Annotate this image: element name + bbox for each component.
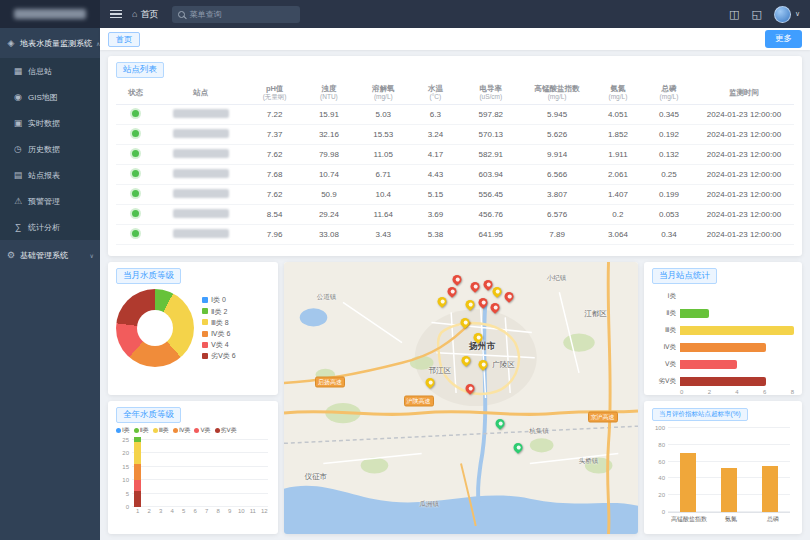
sidebar-item-站点报表[interactable]: ▤站点报表 — [0, 162, 100, 188]
bar[interactable] — [762, 466, 778, 512]
map-marker[interactable] — [490, 285, 503, 298]
legend-swatch — [173, 428, 178, 433]
exceedance-rate-panel: 当月评价指标站点超标率(%) 020406080100 高锰酸盐指数氨氮总磷 — [644, 401, 802, 534]
sidebar-item-信息站[interactable]: ▦信息站 — [0, 58, 100, 84]
bar[interactable] — [680, 360, 737, 369]
column-header: 站点 — [155, 82, 246, 104]
legend-item[interactable]: 劣Ⅴ类 6 — [202, 350, 236, 361]
bar[interactable] — [680, 377, 766, 386]
map-marker[interactable] — [424, 377, 437, 390]
cell-value: 0.2 — [592, 204, 644, 224]
bar-track — [680, 377, 794, 386]
table-row[interactable]: 7.6810.746.714.43603.946.5662.0610.25202… — [116, 164, 794, 184]
sidebar-item-GIS地图[interactable]: ◉GIS地图 — [0, 84, 100, 110]
cell-value: 11.05 — [355, 144, 412, 164]
x-tick-label: 6 — [763, 389, 766, 395]
legend-label: 劣Ⅴ类 6 — [211, 350, 236, 361]
sidebar-item-历史数据[interactable]: ◷历史数据 — [0, 136, 100, 162]
table-row[interactable]: 7.6279.9811.054.17582.919.9141.9110.1322… — [116, 144, 794, 164]
table-row[interactable]: 7.6250.910.45.15556.453.8071.4070.199202… — [116, 184, 794, 204]
cell-value: 1.911 — [592, 144, 644, 164]
cell-value: 50.9 — [303, 184, 355, 204]
legend-item[interactable]: Ⅱ类 2 — [202, 306, 236, 317]
legend-item[interactable]: 劣Ⅴ类 — [215, 426, 237, 435]
map-marker[interactable] — [463, 298, 476, 311]
cell-time: 2024-01-23 12:00:00 — [694, 204, 794, 224]
bar[interactable] — [680, 453, 696, 512]
menu-search-input[interactable] — [189, 10, 294, 19]
legend-item[interactable]: Ⅳ类 — [173, 426, 191, 435]
bar[interactable] — [680, 309, 709, 318]
sidebar-group-1[interactable]: ◈地表水质量监测系统∧ — [0, 28, 100, 58]
more-button[interactable]: 更多 — [765, 30, 802, 48]
legend-item[interactable]: Ⅰ类 — [116, 426, 130, 435]
bar[interactable] — [680, 326, 794, 335]
sidebar-item-实时数据[interactable]: ▣实时数据 — [0, 110, 100, 136]
map-marker[interactable] — [493, 417, 506, 430]
logo-text-redacted — [14, 9, 86, 19]
legend-swatch — [215, 428, 220, 433]
map-marker[interactable] — [476, 358, 489, 371]
search-icon — [178, 11, 185, 18]
map-marker[interactable] — [488, 301, 501, 314]
legend-swatch — [202, 331, 208, 337]
cell-value: 33.08 — [303, 224, 355, 244]
legend-item[interactable]: Ⅴ类 — [194, 426, 210, 435]
sidebar-item-label: 预警管理 — [28, 196, 60, 207]
map-pin-icon: ◉ — [13, 92, 23, 102]
map-marker[interactable] — [503, 291, 516, 304]
station-table: 状态站点pH值(无量纲)浊度(NTU)溶解氧(mg/L)水温(°C)电导率(uS… — [116, 82, 794, 245]
cell-value: 556.45 — [459, 184, 522, 204]
sidebar-group-2[interactable]: ⚙基础管理系统∨ — [0, 240, 100, 270]
fullscreen-icon[interactable]: ◱ — [751, 8, 761, 21]
table-row[interactable]: 7.2215.915.036.3597.825.9454.0510.345202… — [116, 104, 794, 124]
category-label: Ⅳ类 — [652, 343, 676, 352]
legend-item[interactable]: Ⅳ类 6 — [202, 328, 236, 339]
map-place-label: 头桥镇 — [579, 456, 599, 465]
x-tick-label: 8 — [791, 389, 794, 395]
bar-slot — [132, 437, 143, 507]
sidebar-item-label: 历史数据 — [28, 144, 60, 155]
table-row[interactable]: 8.5429.2411.643.69456.766.5760.20.053202… — [116, 204, 794, 224]
skin-icon[interactable]: ◫ — [729, 8, 739, 21]
column-header: 总磷(mg/L) — [644, 82, 694, 104]
x-tick-label: 9 — [224, 508, 236, 514]
hamburger-menu-icon[interactable] — [110, 10, 122, 19]
legend-item[interactable]: Ⅲ类 — [153, 426, 169, 435]
alert-icon: ⚠ — [13, 196, 23, 206]
bar[interactable] — [680, 343, 766, 352]
legend-item[interactable]: Ⅴ类 4 — [202, 339, 236, 350]
map-marker[interactable] — [459, 316, 472, 329]
table-row[interactable]: 7.9633.083.435.38641.957.893.0640.342024… — [116, 224, 794, 244]
monthly-grade-panel: 当月水质等级 Ⅰ类 0Ⅱ类 2Ⅲ类 8Ⅳ类 6Ⅴ类 4劣Ⅴ类 6 — [108, 262, 278, 395]
cell-value: 7.96 — [246, 224, 303, 244]
bars-area — [668, 429, 790, 512]
home-icon: ⌂ — [132, 9, 137, 19]
map-marker[interactable] — [460, 354, 473, 367]
x-tick-label: 3 — [155, 508, 167, 514]
legend-item[interactable]: Ⅲ类 8 — [202, 317, 236, 328]
bar-segment — [134, 491, 141, 507]
menu-search[interactable] — [172, 6, 300, 23]
map-marker[interactable] — [463, 382, 476, 395]
cell-value: 456.76 — [459, 204, 522, 224]
map-marker[interactable] — [476, 296, 489, 309]
map-place-label: 小纪镇 — [547, 274, 567, 283]
legend-item[interactable]: Ⅱ类 — [134, 426, 149, 435]
sidebar-item-统计分析[interactable]: ∑统计分析 — [0, 214, 100, 240]
station-stats-bars: Ⅰ类Ⅱ类Ⅲ类Ⅳ类Ⅴ类劣Ⅴ类 — [652, 292, 794, 386]
map-marker[interactable] — [451, 273, 464, 286]
map-marker[interactable] — [435, 295, 448, 308]
avatar[interactable] — [774, 6, 791, 23]
tab-home[interactable]: 首页 — [108, 32, 140, 47]
chevron-down-icon[interactable]: ∨ — [795, 10, 800, 18]
map-marker[interactable] — [511, 442, 524, 455]
legend-item[interactable]: Ⅰ类 0 — [202, 294, 236, 305]
cell-value: 1.407 — [592, 184, 644, 204]
map-marker[interactable] — [468, 281, 481, 294]
table-row[interactable]: 7.3732.1615.533.24570.135.6261.8520.1922… — [116, 124, 794, 144]
sidebar-item-预警管理[interactable]: ⚠预警管理 — [0, 188, 100, 214]
bar[interactable] — [721, 468, 737, 512]
map-marker[interactable] — [446, 285, 459, 298]
logo — [0, 0, 100, 28]
